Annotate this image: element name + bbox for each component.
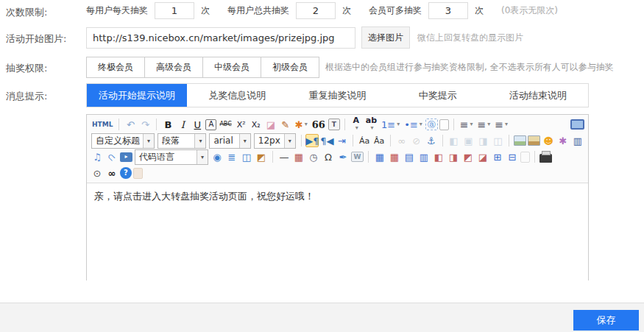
- media-icon[interactable]: ▥: [571, 134, 584, 147]
- image-align-top-icon[interactable]: ◫: [491, 134, 504, 147]
- chevron-down-icon: ▾: [487, 121, 490, 127]
- ordered-list-icon[interactable]: 1≡▾: [380, 118, 401, 131]
- strikethrough-icon[interactable]: ABC: [218, 118, 233, 131]
- hr-icon[interactable]: —: [277, 150, 291, 163]
- image-align-left-icon[interactable]: ◧: [447, 134, 460, 147]
- video-icon[interactable]: ▸: [120, 152, 132, 162]
- member-group-button[interactable]: 中级会员: [202, 57, 261, 78]
- redo-icon[interactable]: ↷: [138, 118, 152, 131]
- rtl-icon[interactable]: ¶◀: [320, 134, 333, 147]
- member-group-button[interactable]: 终极会员: [86, 57, 145, 78]
- insert-row-below-icon[interactable]: ◪: [476, 150, 489, 163]
- insert-col-left-icon[interactable]: ◧: [432, 150, 445, 163]
- message-tab[interactable]: 活动开始提示说明: [87, 84, 187, 107]
- unordered-list-icon[interactable]: •≡▾: [403, 118, 424, 131]
- toolbar-separator: [344, 119, 345, 130]
- image-align-right-icon[interactable]: ◨: [476, 134, 489, 147]
- new-page-icon[interactable]: [439, 119, 449, 130]
- save-button[interactable]: 保存: [573, 310, 639, 331]
- emoticon-icon[interactable]: ☻: [542, 134, 555, 147]
- unlink-icon[interactable]: ⊘: [410, 134, 423, 147]
- to-lowercase-icon[interactable]: Âa: [372, 134, 386, 147]
- eraser-icon[interactable]: ◪: [264, 118, 277, 131]
- screenshot-icon[interactable]: ◩: [255, 150, 268, 163]
- time-icon[interactable]: ◷: [307, 150, 320, 163]
- italic-icon[interactable]: I: [176, 118, 189, 131]
- attachment-icon[interactable]: ⊂: [102, 147, 121, 166]
- font-size-select[interactable]: 12px▾: [254, 133, 296, 149]
- flash-icon[interactable]: ✱: [556, 134, 570, 147]
- table-props-icon[interactable]: ▤: [403, 150, 416, 163]
- limit-count-input[interactable]: [428, 2, 468, 19]
- special-char-icon[interactable]: Ω: [322, 150, 335, 163]
- help-icon[interactable]: ?: [120, 167, 132, 179]
- merge-cells-icon[interactable]: ⊞: [491, 150, 504, 163]
- insert-table-icon[interactable]: ▦: [373, 150, 386, 163]
- choose-image-button[interactable]: 选择图片: [361, 27, 410, 49]
- font-color-icon[interactable]: A▾: [350, 118, 363, 131]
- clipboard-icon[interactable]: [133, 168, 143, 179]
- paragraph-select[interactable]: 段落▾: [158, 133, 206, 149]
- split-cells-icon[interactable]: ⊟: [506, 150, 519, 163]
- anchor-icon[interactable]: ⚓: [425, 134, 438, 147]
- find-replace-icon[interactable]: ∞: [105, 166, 118, 180]
- paste-text-icon[interactable]: T: [328, 119, 340, 130]
- quickformat-icon[interactable]: ≣: [225, 150, 238, 163]
- custom-title-select[interactable]: 自定义标题▾: [91, 133, 155, 149]
- fullscreen-icon[interactable]: [570, 119, 584, 130]
- to-uppercase-icon[interactable]: Áa: [358, 134, 371, 147]
- upload-image-icon[interactable]: [528, 135, 540, 146]
- table-template-icon[interactable]: [520, 152, 530, 163]
- format-brush-icon[interactable]: ✎: [279, 118, 292, 131]
- message-tab[interactable]: 活动结束说明: [488, 84, 588, 107]
- line-height-icon[interactable]: ≡▾: [493, 118, 509, 131]
- preview-icon[interactable]: ⊙: [91, 166, 104, 180]
- toolbar-separator: [272, 151, 273, 163]
- limit-field-label: 每用户总共抽奖: [227, 4, 289, 17]
- message-tab[interactable]: 兑奖信息说明: [187, 84, 287, 107]
- insert-col-right-icon[interactable]: ◨: [447, 150, 460, 163]
- indent-icon[interactable]: ⇥: [335, 134, 348, 147]
- anchor-style-icon[interactable]: ⓐ: [425, 119, 438, 130]
- code-block-icon[interactable]: ◉: [210, 150, 224, 163]
- word-paste-icon[interactable]: W: [351, 152, 364, 162]
- html-source-icon[interactable]: HTML: [91, 118, 114, 131]
- highlight-color-icon[interactable]: ab▾: [364, 118, 378, 131]
- delete-table-icon[interactable]: ▦: [388, 150, 401, 163]
- message-tab[interactable]: 中奖提示: [388, 84, 488, 107]
- message-tab[interactable]: 重复抽奖说明: [287, 84, 387, 107]
- columns-icon[interactable]: ◫: [240, 150, 253, 163]
- subscript-icon[interactable]: X₂: [250, 118, 263, 131]
- align-justify-top-icon[interactable]: ≡▾: [459, 118, 475, 131]
- align-justify-bottom-icon[interactable]: ≡▾: [476, 118, 492, 131]
- limit-field-label: 每用户每天抽奖: [86, 4, 148, 17]
- insert-image-icon[interactable]: [514, 135, 526, 146]
- code-language-select[interactable]: 代码语言▾: [135, 149, 208, 165]
- limit-count-input[interactable]: [155, 2, 194, 19]
- permission-groups: 终极会员高级会员中级会员初级会员: [86, 57, 319, 78]
- cell-props-icon[interactable]: ▥: [417, 150, 431, 163]
- print-icon[interactable]: [539, 154, 552, 163]
- editor-content[interactable]: 亲，请点击进入大转盘抽奖活动页面，祝您好运哦！: [87, 183, 588, 280]
- link-icon[interactable]: ∞: [395, 134, 408, 147]
- font-family-select[interactable]: arial▾: [209, 133, 250, 149]
- color-scheme-icon[interactable]: ✱▾: [294, 118, 309, 131]
- image-url-input[interactable]: [86, 27, 355, 49]
- underline-icon[interactable]: U: [191, 118, 204, 131]
- member-group-button[interactable]: 初级会员: [261, 57, 319, 78]
- blockquote-icon[interactable]: 66: [311, 118, 327, 131]
- calendar-icon[interactable]: ▦: [292, 150, 305, 163]
- superscript-icon[interactable]: X²: [235, 118, 248, 131]
- image-align-center-icon[interactable]: ▣: [461, 134, 475, 147]
- undo-icon[interactable]: ↶: [124, 118, 137, 131]
- insert-row-above-icon[interactable]: ◩: [461, 150, 475, 163]
- member-group-button[interactable]: 高级会员: [144, 57, 203, 78]
- limit-count-input[interactable]: [296, 2, 336, 19]
- music-icon[interactable]: ♫: [91, 150, 104, 163]
- signature-icon[interactable]: ✒: [336, 150, 350, 163]
- ltr-icon[interactable]: ▶¶: [305, 134, 319, 147]
- chevron-down-icon: ▾: [355, 124, 358, 132]
- bold-icon[interactable]: B: [161, 118, 174, 131]
- font-attr-icon[interactable]: A: [205, 119, 216, 130]
- toolbar-separator: [509, 135, 509, 146]
